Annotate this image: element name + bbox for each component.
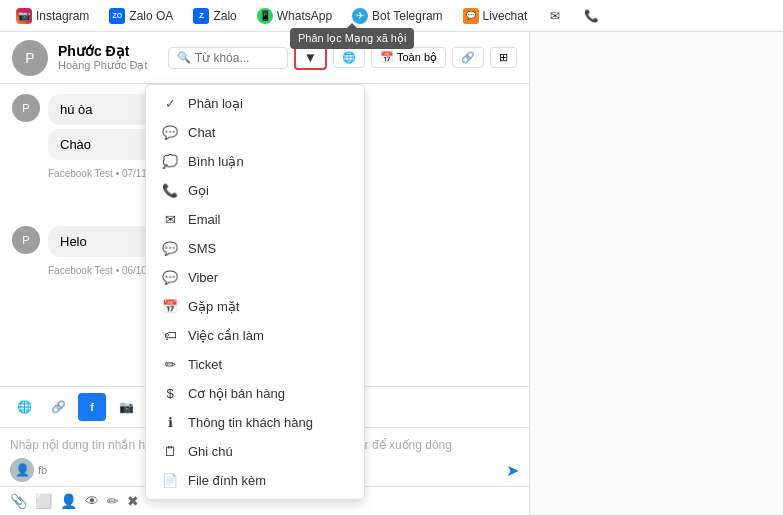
whatsapp-icon: 📱 <box>257 8 273 24</box>
contact-info: Phước Đạt Hoàng Phước Đạt <box>58 43 168 72</box>
message-avatar-2: P <box>12 226 40 254</box>
dropdown-item-viec-can-lam[interactable]: 🏷 Việc cần làm <box>146 321 364 350</box>
toolbar-facebook-btn[interactable]: f <box>78 393 106 421</box>
dropdown-label-phan-loai: Phân loại <box>188 96 243 111</box>
filter-dropdown: ✓ Phân loại 💬 Chat 💭 Bình luận 📞 Gọi ✉ E… <box>145 84 365 500</box>
dropdown-item-thong-tin[interactable]: ℹ Thông tin khách hàng <box>146 408 364 437</box>
dropdown-item-chat[interactable]: 💬 Chat <box>146 118 364 147</box>
dropdown-item-co-hoi[interactable]: $ Cơ hội bán hàng <box>146 379 364 408</box>
calendar-button[interactable]: 📅 Toàn bộ <box>371 47 446 68</box>
ticket-icon: ✏ <box>162 357 178 372</box>
nav-zalo-oa[interactable]: ZO Zalo OA <box>101 4 181 28</box>
chat-icon: 💬 <box>162 125 178 140</box>
zalo-icon: Z <box>193 8 209 24</box>
user-avatar: 👤 <box>10 458 34 482</box>
contact-sub: Hoàng Phước Đạt <box>58 59 168 72</box>
dropdown-item-sms[interactable]: 💬 SMS <box>146 234 364 263</box>
dropdown-item-ticket[interactable]: ✏ Ticket <box>146 350 364 379</box>
toolbar-link-btn[interactable]: 🔗 <box>44 393 72 421</box>
toolbar-instagram-btn[interactable]: 📷 <box>112 393 140 421</box>
dropdown-label-email: Email <box>188 212 221 227</box>
dropdown-label-goi: Gọi <box>188 183 209 198</box>
sms-icon: 💬 <box>162 241 178 256</box>
user-icon[interactable]: 👤 <box>60 493 77 509</box>
edit-icon[interactable]: ✏ <box>107 493 119 509</box>
link-icon: 🔗 <box>461 51 475 64</box>
tag-icon: 🏷 <box>162 328 178 343</box>
grid-icon: ⊞ <box>499 51 508 64</box>
dropdown-item-email[interactable]: ✉ Email <box>146 205 364 234</box>
channel-label: fb <box>38 464 47 476</box>
search-input[interactable] <box>195 51 275 65</box>
eye-icon[interactable]: 👁 <box>85 493 99 509</box>
nav-zalo-oa-label: Zalo OA <box>129 9 173 23</box>
send-button[interactable]: ➤ <box>506 461 519 480</box>
comment-icon: 💭 <box>162 154 178 169</box>
nav-zalo[interactable]: Z Zalo <box>185 4 244 28</box>
dropdown-item-binh-luan[interactable]: 💭 Bình luận <box>146 147 364 176</box>
search-box[interactable]: 🔍 <box>168 47 288 69</box>
toolbar-web-btn[interactable]: 🌐 <box>10 393 38 421</box>
globe-button[interactable]: 🌐 <box>333 47 365 68</box>
dropdown-label-ghi-chu: Ghi chú <box>188 444 233 459</box>
nav-bot-telegram[interactable]: ✈ Bot Telegram <box>344 4 450 28</box>
filter-tooltip: Phân lọc Mạng xã hội <box>290 28 414 49</box>
dropdown-item-ghi-chu[interactable]: 🗒 Ghi chú <box>146 437 364 466</box>
close-icon[interactable]: ✖ <box>127 493 139 509</box>
dropdown-label-chat: Chat <box>188 125 215 140</box>
nav-whatsapp-label: WhatsApp <box>277 9 332 23</box>
main-container: P Phước Đạt Hoàng Phước Đạt 🔍 ▼ 🌐 📅 <box>0 32 783 515</box>
dropdown-item-file[interactable]: 📄 File đính kèm <box>146 466 364 495</box>
calendar-icon-dd: 📅 <box>162 299 178 314</box>
image-icon[interactable]: ⬜ <box>35 493 52 509</box>
check-icon: ✓ <box>162 96 178 111</box>
nav-livechat-label: Livechat <box>483 9 528 23</box>
dropdown-label-thong-tin: Thông tin khách hàng <box>188 415 313 430</box>
attach-icon[interactable]: 📎 <box>10 493 27 509</box>
dropdown-label-binh-luan: Bình luận <box>188 154 244 169</box>
grid-button[interactable]: ⊞ <box>490 47 517 68</box>
right-panel <box>530 32 783 515</box>
nav-whatsapp[interactable]: 📱 WhatsApp <box>249 4 340 28</box>
dollar-icon: $ <box>162 386 178 401</box>
dropdown-item-viber[interactable]: 💬 Viber <box>146 263 364 292</box>
dropdown-item-phan-loai[interactable]: ✓ Phân loại <box>146 89 364 118</box>
livechat-icon: 💬 <box>463 8 479 24</box>
contact-name: Phước Đạt <box>58 43 168 59</box>
email-icon-dd: ✉ <box>162 212 178 227</box>
dropdown-item-goi[interactable]: 📞 Gọi <box>146 176 364 205</box>
search-icon: 🔍 <box>177 51 191 64</box>
chat-panel: P Phước Đạt Hoàng Phước Đạt 🔍 ▼ 🌐 📅 <box>0 32 530 515</box>
dropdown-label-ticket: Ticket <box>188 357 222 372</box>
calendar-label: Toàn bộ <box>397 51 437 64</box>
file-icon: 📄 <box>162 473 178 488</box>
nav-phone[interactable]: 📞 <box>575 4 607 28</box>
dropdown-item-gap-mat[interactable]: 📅 Gặp mặt <box>146 292 364 321</box>
nav-zalo-label: Zalo <box>213 9 236 23</box>
link-button[interactable]: 🔗 <box>452 47 484 68</box>
dropdown-label-file: File đính kèm <box>188 473 266 488</box>
dropdown-label-viec-can-lam: Việc cần làm <box>188 328 264 343</box>
filter-icon: ▼ <box>304 50 317 65</box>
call-icon: 📞 <box>162 183 178 198</box>
info-icon: ℹ <box>162 415 178 430</box>
nav-livechat[interactable]: 💬 Livechat <box>455 4 536 28</box>
viber-icon: 💬 <box>162 270 178 285</box>
contact-avatar: P <box>12 40 48 76</box>
phone-icon: 📞 <box>583 8 599 24</box>
message-avatar: P <box>12 94 40 122</box>
telegram-icon: ✈ <box>352 8 368 24</box>
dropdown-label-viber: Viber <box>188 270 218 285</box>
nav-bot-telegram-label: Bot Telegram <box>372 9 442 23</box>
dropdown-label-co-hoi: Cơ hội bán hàng <box>188 386 285 401</box>
email-icon: ✉ <box>547 8 563 24</box>
dropdown-label-sms: SMS <box>188 241 216 256</box>
nav-instagram[interactable]: 📷 Instagram <box>8 4 97 28</box>
nav-instagram-label: Instagram <box>36 9 89 23</box>
zalo-oa-icon: ZO <box>109 8 125 24</box>
dropdown-label-gap-mat: Gặp mặt <box>188 299 239 314</box>
right-content <box>530 32 783 515</box>
calendar-icon: 📅 <box>380 51 394 64</box>
nav-email[interactable]: ✉ <box>539 4 571 28</box>
chat-header: P Phước Đạt Hoàng Phước Đạt 🔍 ▼ 🌐 📅 <box>0 32 529 84</box>
